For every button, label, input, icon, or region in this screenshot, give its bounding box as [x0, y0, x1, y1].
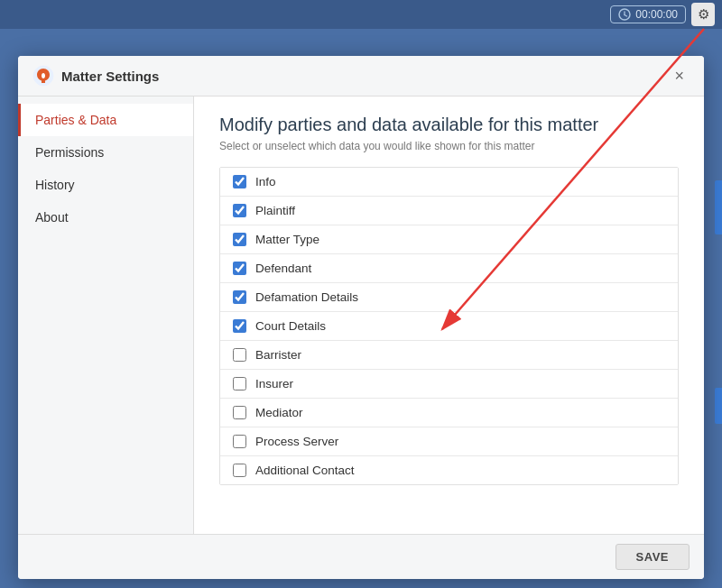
- save-button[interactable]: SAVE: [616, 544, 690, 570]
- settings-button[interactable]: ⚙: [691, 3, 715, 26]
- checkbox-defamation-details[interactable]: [233, 290, 246, 304]
- checkbox-label-court-details: Court Details: [255, 319, 326, 333]
- svg-line-2: [625, 15, 627, 17]
- dialog-body: Parties & Data Permissions History About…: [18, 96, 704, 534]
- checkbox-matter-type[interactable]: [233, 233, 246, 246]
- content-area: Modify parties and data available for th…: [194, 96, 704, 534]
- dialog-footer: SAVE: [18, 534, 704, 579]
- checkbox-plaintiff[interactable]: [233, 204, 246, 217]
- dialog-backdrop: Matter Settings × Parties & Data Permiss…: [0, 29, 722, 588]
- checkbox-process-server[interactable]: [233, 435, 246, 448]
- checkbox-label-barrister: Barrister: [255, 348, 301, 362]
- checkbox-label-mediator: Mediator: [255, 406, 303, 419]
- checkbox-row-defamation-details: Defamation Details: [220, 283, 678, 312]
- checkbox-row-mediator: Mediator: [220, 399, 678, 427]
- dialog-header-left: Matter Settings: [32, 65, 159, 87]
- timer-badge: 00:00:00: [610, 5, 686, 23]
- timer-label: 00:00:00: [635, 8, 678, 21]
- checkbox-row-insurer: Insurer: [220, 370, 678, 399]
- checkbox-row-info: Info: [220, 168, 678, 197]
- checkbox-label-plaintiff: Plaintiff: [255, 204, 295, 217]
- sidebar-item-history[interactable]: History: [18, 169, 193, 201]
- checkbox-court-details[interactable]: [233, 319, 246, 333]
- top-bar: 00:00:00 ⚙: [0, 0, 722, 29]
- checkbox-label-info: Info: [255, 175, 276, 188]
- checkbox-label-defamation-details: Defamation Details: [255, 290, 358, 304]
- dialog-title: Matter Settings: [61, 69, 159, 84]
- sidebar-item-parties-data[interactable]: Parties & Data: [18, 104, 193, 136]
- checkbox-label-process-server: Process Server: [255, 435, 338, 448]
- checkbox-row-matter-type: Matter Type: [220, 225, 678, 254]
- content-subtitle: Select or unselect which data you would …: [219, 140, 679, 152]
- checkbox-insurer[interactable]: [233, 377, 246, 390]
- checkbox-info[interactable]: [233, 175, 246, 188]
- checkbox-defendant[interactable]: [233, 262, 246, 275]
- checkbox-row-additional-contact: Additional Contact: [220, 456, 678, 484]
- checkbox-barrister[interactable]: [233, 348, 246, 362]
- sidebar: Parties & Data Permissions History About: [18, 96, 194, 534]
- app-logo-icon: [32, 65, 54, 87]
- checkbox-list: Info Plaintiff Matter Type Defendant: [219, 167, 679, 485]
- checkbox-label-insurer: Insurer: [255, 377, 293, 390]
- checkbox-mediator[interactable]: [233, 406, 246, 419]
- matter-settings-dialog: Matter Settings × Parties & Data Permiss…: [18, 56, 704, 579]
- checkbox-row-process-server: Process Server: [220, 427, 678, 456]
- sidebar-item-about[interactable]: About: [18, 201, 193, 234]
- checkbox-row-plaintiff: Plaintiff: [220, 197, 678, 225]
- checkbox-label-defendant: Defendant: [255, 262, 311, 275]
- clock-icon: [618, 8, 631, 21]
- checkbox-row-court-details: Court Details: [220, 312, 678, 341]
- dialog-header: Matter Settings ×: [18, 56, 704, 96]
- sidebar-item-permissions[interactable]: Permissions: [18, 136, 193, 169]
- content-title: Modify parties and data available for th…: [219, 115, 679, 135]
- gear-icon: ⚙: [698, 6, 709, 23]
- checkbox-row-defendant: Defendant: [220, 254, 678, 283]
- close-button[interactable]: ×: [669, 66, 690, 86]
- checkbox-label-matter-type: Matter Type: [255, 233, 319, 246]
- checkbox-label-additional-contact: Additional Contact: [255, 464, 355, 477]
- checkbox-row-barrister: Barrister: [220, 341, 678, 370]
- checkbox-additional-contact[interactable]: [233, 464, 246, 477]
